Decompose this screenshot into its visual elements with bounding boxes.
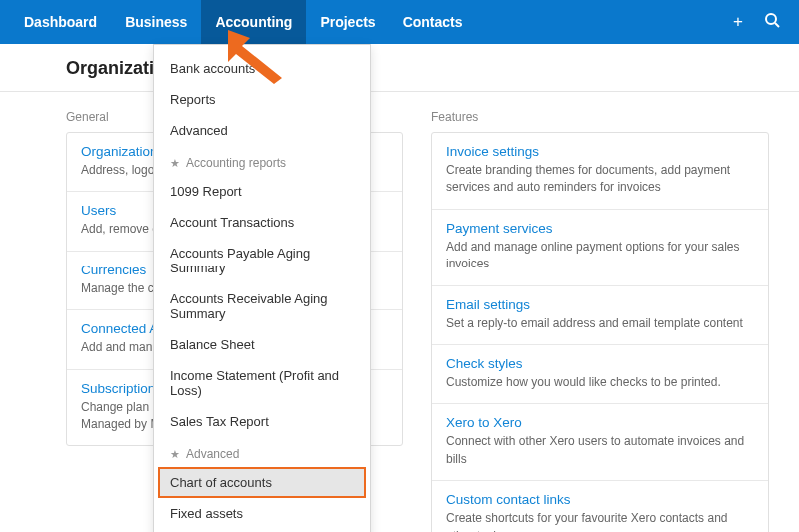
plus-icon[interactable]: + bbox=[721, 12, 755, 32]
accounting-dropdown: Bank accounts Reports Advanced ★Accounti… bbox=[153, 44, 371, 532]
row-title-link[interactable]: Invoice settings bbox=[446, 144, 754, 159]
row-desc: Connect with other Xero users to automat… bbox=[446, 433, 754, 468]
dropdown-section-label: Advanced bbox=[186, 447, 239, 461]
features-panel: Invoice settings Create branding themes … bbox=[431, 132, 769, 532]
content: General Organization d Address, logo a U… bbox=[0, 92, 799, 532]
top-navigation: Dashboard Business Accounting Projects C… bbox=[0, 0, 799, 44]
features-column: Features Invoice settings Create brandin… bbox=[431, 110, 769, 532]
dropdown-item[interactable]: Balance Sheet bbox=[154, 329, 370, 360]
row-desc: Set a reply-to email address and email t… bbox=[446, 315, 754, 332]
row-desc: Add and manage online payment options fo… bbox=[446, 239, 754, 273]
dropdown-item[interactable]: 1099 Report bbox=[154, 176, 370, 207]
dropdown-item-advanced[interactable]: Advanced bbox=[154, 115, 370, 146]
nav-accounting[interactable]: Accounting bbox=[201, 0, 306, 44]
dropdown-item-bank-accounts[interactable]: Bank accounts bbox=[154, 53, 370, 84]
search-icon[interactable] bbox=[755, 12, 789, 33]
row-title-link[interactable]: Payment services bbox=[446, 221, 754, 236]
dropdown-item-chart-of-accounts[interactable]: Chart of accounts bbox=[158, 467, 366, 498]
page-title: Organization s bbox=[0, 44, 799, 92]
star-icon: ★ bbox=[170, 448, 180, 461]
nav-projects[interactable]: Projects bbox=[306, 0, 389, 44]
star-icon: ★ bbox=[170, 157, 180, 170]
row-title-link[interactable]: Email settings bbox=[446, 297, 754, 312]
dropdown-item[interactable]: Income Statement (Profit and Loss) bbox=[154, 360, 370, 406]
dropdown-item[interactable]: Accounts Payable Aging Summary bbox=[154, 238, 370, 283]
panel-row: Check styles Customize how you would lik… bbox=[432, 345, 768, 404]
row-title-link[interactable]: Xero to Xero bbox=[446, 415, 754, 430]
dropdown-item[interactable]: Accounts Receivable Aging Summary bbox=[154, 283, 370, 329]
row-desc: Create shortcuts for your favourite Xero… bbox=[446, 510, 754, 532]
dropdown-section-header: ★Advanced bbox=[154, 437, 370, 467]
svg-point-0 bbox=[766, 14, 776, 24]
dropdown-section-label: Accounting reports bbox=[186, 156, 286, 170]
row-title-link[interactable]: Custom contact links bbox=[446, 492, 754, 507]
panel-row: Invoice settings Create branding themes … bbox=[432, 133, 768, 210]
nav-dashboard[interactable]: Dashboard bbox=[10, 0, 111, 44]
dropdown-item[interactable]: Account Transactions bbox=[154, 207, 370, 238]
dropdown-section-header: ★Accounting reports bbox=[154, 146, 370, 176]
nav-contacts[interactable]: Contacts bbox=[390, 0, 477, 44]
panel-row: Custom contact links Create shortcuts fo… bbox=[432, 481, 768, 532]
panel-row: Email settings Set a reply-to email addr… bbox=[432, 286, 768, 345]
dropdown-item[interactable]: Sales Tax Report bbox=[154, 406, 370, 437]
row-desc: Customize how you would like checks to b… bbox=[446, 374, 754, 391]
dropdown-item-reports[interactable]: Reports bbox=[154, 84, 370, 115]
row-desc: Create branding themes for documents, ad… bbox=[446, 162, 754, 197]
row-title-link[interactable]: Check styles bbox=[446, 356, 754, 371]
nav-business[interactable]: Business bbox=[111, 0, 201, 44]
panel-row: Xero to Xero Connect with other Xero use… bbox=[432, 404, 768, 481]
features-header: Features bbox=[431, 110, 769, 124]
svg-line-1 bbox=[775, 23, 779, 27]
dropdown-item[interactable]: Fixed assets bbox=[154, 498, 370, 529]
panel-row: Payment services Add and manage online p… bbox=[432, 210, 768, 286]
